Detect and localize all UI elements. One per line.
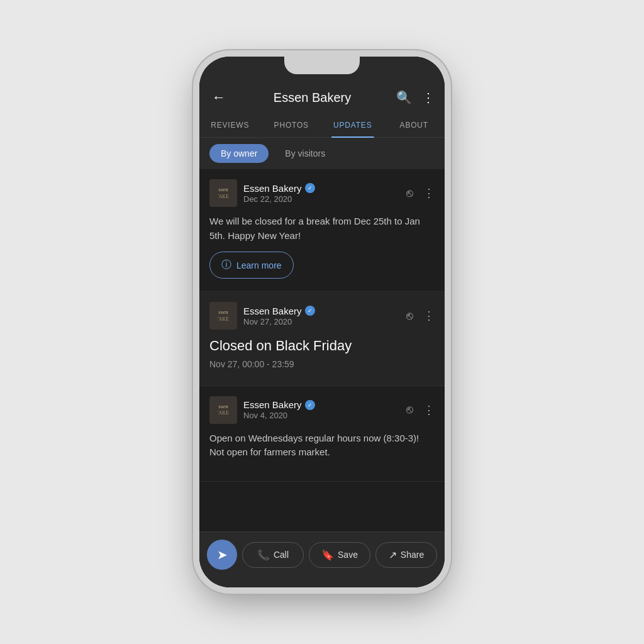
- call-button[interactable]: 📞 Call: [242, 542, 304, 568]
- subtab-by-owner[interactable]: By owner: [209, 144, 269, 163]
- card-date-1: Dec 22, 2020: [243, 194, 400, 204]
- card-name-row-2: Essen Bakery ✓: [243, 306, 400, 316]
- save-label: Save: [338, 550, 358, 560]
- card-actions-1: ⎋ ⋮: [406, 186, 435, 200]
- tab-reviews[interactable]: REVIEWS: [199, 113, 261, 137]
- share-icon-1[interactable]: ⎋: [406, 187, 413, 200]
- header-actions: 🔍 ⋮: [396, 90, 435, 105]
- learn-more-button-1[interactable]: ⓘ Learn more: [209, 252, 294, 279]
- more-icon[interactable]: ⋮: [422, 90, 435, 105]
- share-label: Share: [401, 550, 424, 560]
- page-title: Essen Bakery: [236, 91, 389, 105]
- share-nav-icon: ↗: [389, 549, 397, 561]
- verified-badge-1: ✓: [305, 183, 315, 193]
- update-card-1: ssen 'AKE Essen Bakery ✓ Dec 22, 2020 ⎋ …: [199, 169, 445, 292]
- subtabs-bar: By owner By visitors: [199, 138, 445, 169]
- share-icon-2[interactable]: ⎋: [406, 309, 413, 323]
- more-icon-3[interactable]: ⋮: [423, 403, 435, 417]
- card-business-name-3: Essen Bakery: [243, 399, 302, 410]
- share-button[interactable]: ↗ Share: [375, 542, 437, 568]
- more-icon-1[interactable]: ⋮: [423, 186, 435, 200]
- card-name-row-1: Essen Bakery ✓: [243, 183, 400, 194]
- card-date-2: Nov 27, 2020: [243, 317, 400, 326]
- more-icon-2[interactable]: ⋮: [423, 309, 435, 323]
- directions-fab[interactable]: ➤: [207, 540, 237, 570]
- card-header-2: ssen 'AKE Essen Bakery ✓ Nov 27, 2020 ⎋ …: [209, 302, 435, 330]
- call-icon: 📞: [257, 549, 270, 561]
- avatar-2: ssen 'AKE: [209, 302, 237, 330]
- search-icon[interactable]: 🔍: [396, 90, 412, 105]
- card-body-1: We will be closed for a break from Dec 2…: [209, 214, 435, 243]
- tab-updates[interactable]: UPDATES: [322, 113, 384, 137]
- directions-icon: ➤: [217, 547, 228, 562]
- update-card-3: ssen 'AKE Essen Bakery ✓ Nov 4, 2020 ⎋ ⋮: [199, 386, 445, 482]
- card-info-3: Essen Bakery ✓ Nov 4, 2020: [243, 399, 400, 420]
- call-label: Call: [274, 550, 289, 560]
- card-info-1: Essen Bakery ✓ Dec 22, 2020: [243, 183, 400, 204]
- tabs-bar: REVIEWS PHOTOS UPDATES ABOUT: [199, 113, 445, 138]
- card-info-2: Essen Bakery ✓ Nov 27, 2020: [243, 306, 400, 326]
- update-card-2: ssen 'AKE Essen Bakery ✓ Nov 27, 2020 ⎋ …: [199, 292, 445, 386]
- share-icon-3[interactable]: ⎋: [406, 403, 413, 416]
- verified-badge-2: ✓: [305, 306, 315, 316]
- save-icon: 🔖: [321, 549, 334, 561]
- screen: ← Essen Bakery 🔍 ⋮ REVIEWS PHOTOS UPDATE…: [199, 57, 445, 587]
- card-name-row-3: Essen Bakery ✓: [243, 399, 400, 410]
- save-button[interactable]: 🔖 Save: [309, 542, 370, 568]
- card-header-1: ssen 'AKE Essen Bakery ✓ Dec 22, 2020 ⎋ …: [209, 179, 435, 207]
- subtab-by-visitors[interactable]: By visitors: [274, 144, 336, 163]
- bottom-navigation: ➤ 📞 Call 🔖 Save ↗ Share: [199, 531, 445, 587]
- card-actions-2: ⎋ ⋮: [406, 309, 435, 323]
- updates-content[interactable]: ssen 'AKE Essen Bakery ✓ Dec 22, 2020 ⎋ …: [199, 169, 445, 531]
- tab-photos[interactable]: PHOTOS: [261, 113, 323, 137]
- card-business-name-1: Essen Bakery: [243, 183, 302, 194]
- avatar-3: ssen 'AKE: [209, 396, 237, 424]
- card-actions-3: ⎋ ⋮: [406, 403, 435, 417]
- tab-about[interactable]: ABOUT: [384, 113, 445, 137]
- event-time-2: Nov 27, 00:00 - 23:59: [209, 359, 435, 369]
- info-icon-1: ⓘ: [221, 258, 231, 272]
- card-header-3: ssen 'AKE Essen Bakery ✓ Nov 4, 2020 ⎋ ⋮: [209, 396, 435, 424]
- phone-frame: ← Essen Bakery 🔍 ⋮ REVIEWS PHOTOS UPDATE…: [199, 57, 445, 587]
- avatar-1: ssen 'AKE: [209, 179, 237, 207]
- card-business-name-2: Essen Bakery: [243, 306, 302, 316]
- card-body-3: Open on Wednesdays regular hours now (8:…: [209, 431, 435, 460]
- card-date-3: Nov 4, 2020: [243, 411, 400, 420]
- back-button[interactable]: ←: [209, 87, 228, 108]
- header: ← Essen Bakery 🔍 ⋮: [199, 57, 445, 113]
- event-title-2: Closed on Black Friday: [209, 337, 435, 355]
- verified-badge-3: ✓: [305, 400, 315, 410]
- learn-more-label-1: Learn more: [236, 260, 282, 270]
